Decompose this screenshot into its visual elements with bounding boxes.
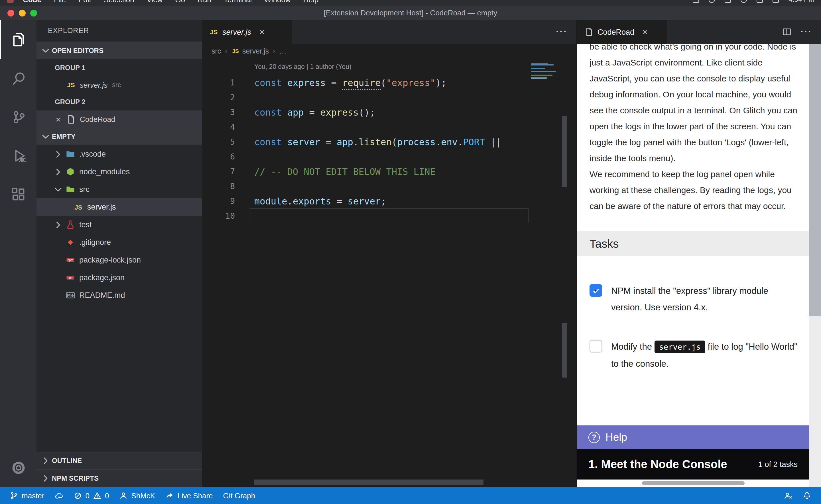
breadcrumb-item[interactable]: src	[212, 47, 221, 55]
status-git-graph[interactable]: Git Graph	[218, 487, 261, 504]
tree-item-package-lock-json[interactable]: npmpackage-lock.json	[36, 251, 202, 269]
close-editor-icon[interactable]: ×	[54, 115, 63, 123]
scrollbar-thumb[interactable]	[642, 481, 745, 485]
line-number[interactable]: 5	[202, 137, 235, 146]
code-line-4[interactable]: 4	[202, 120, 528, 134]
breadcrumb-item[interactable]: …	[279, 47, 287, 55]
webview-vscrollbar[interactable]	[809, 44, 821, 487]
tab-coderoad[interactable]: CodeRoad ×	[577, 20, 667, 44]
tab-server-js[interactable]: JS server.js ×	[202, 20, 292, 44]
breadcrumb-label: src	[212, 47, 221, 55]
status-branch[interactable]: master	[5, 487, 49, 504]
activity-explorer[interactable]	[0, 20, 36, 59]
menubar-status-icon[interactable]	[725, 0, 731, 3]
activity-manage[interactable]	[0, 448, 36, 487]
status-account-shmck[interactable]: ShMcK	[114, 487, 160, 504]
section-outline[interactable]: OUTLINE	[36, 452, 202, 469]
apple-menu-icon[interactable]	[7, 0, 14, 3]
task-checkbox-unchecked[interactable]	[589, 340, 602, 353]
tree-item--vscode[interactable]: .vscode	[36, 145, 202, 163]
status-live-share[interactable]: Live Share	[160, 487, 218, 504]
files-icon	[11, 32, 26, 47]
activity-run-and-debug[interactable]	[0, 136, 36, 175]
status-problems[interactable]: 00	[68, 487, 114, 504]
section-workspace-empty[interactable]: EMPTY	[36, 128, 202, 145]
task-text: Modify the server.js file to log "Hello …	[611, 338, 800, 372]
code-line-3[interactable]: 3const app = express();	[202, 105, 528, 120]
code-line-10[interactable]: 10	[202, 208, 528, 223]
menu-item-window[interactable]: Window	[264, 0, 291, 4]
tree-item-node-modules[interactable]: node_modules	[36, 163, 202, 181]
scrollbar-thumb[interactable]	[809, 44, 821, 316]
menu-item-terminal[interactable]: Terminal	[224, 0, 252, 4]
menu-item-file[interactable]: File	[54, 0, 66, 4]
tree-item-readme-md[interactable]: README.md	[36, 286, 202, 304]
menubar-status-icon[interactable]	[757, 0, 763, 3]
breadcrumb-item[interactable]: JSserver.js	[232, 47, 269, 55]
activity-source-control[interactable]	[0, 97, 36, 136]
minimap[interactable]	[531, 63, 557, 81]
code-editor[interactable]: You, 20 days ago | 1 author (You) 1const…	[202, 58, 576, 487]
tree-item--gitignore[interactable]: .gitignore	[36, 233, 202, 251]
menu-item-run[interactable]: Run	[197, 0, 211, 4]
horizontal-scrollbar[interactable]	[254, 480, 483, 485]
menubar-status-icon[interactable]	[709, 0, 715, 3]
tree-item-test[interactable]: test	[36, 216, 202, 233]
help-bar[interactable]: ? Help	[577, 425, 809, 449]
menubar-status-icon[interactable]	[741, 0, 747, 3]
line-number[interactable]: 4	[202, 122, 235, 132]
code-line-5[interactable]: 5const server = app.listen(process.env.P…	[202, 134, 528, 149]
task-item: Modify the server.js file to log "Hello …	[589, 338, 800, 372]
code-line-6[interactable]: 6	[202, 149, 528, 164]
activity-search[interactable]	[0, 59, 36, 97]
code-line-7[interactable]: 7// -- DO NOT EDIT BELOW THIS LINE	[202, 164, 528, 179]
zoom-window-button[interactable]	[30, 9, 37, 16]
code-line-9[interactable]: 9module.exports = server;	[202, 194, 528, 208]
open-editor-server-js[interactable]: JSserver.jssrc	[36, 76, 202, 93]
menu-item-help[interactable]: Help	[303, 0, 319, 4]
section-open-editors[interactable]: OPEN EDITORS	[36, 42, 202, 59]
menubar-status-icon[interactable]	[773, 0, 779, 3]
menu-item-edit[interactable]: Edit	[78, 0, 91, 4]
breadcrumb-label: …	[279, 47, 287, 55]
tree-item-server-js[interactable]: JSserver.js	[36, 198, 202, 216]
code-line-1[interactable]: 1const express = require("express");	[202, 75, 528, 90]
minimize-window-button[interactable]	[19, 9, 26, 16]
menu-item-selection[interactable]: Selection	[104, 0, 134, 4]
svg-text:npm: npm	[68, 276, 73, 279]
line-number[interactable]: 7	[202, 167, 235, 176]
menu-item-view[interactable]: View	[147, 0, 163, 4]
tree-item-label: package.json	[79, 273, 124, 282]
status-live-share-contacts[interactable]	[779, 487, 798, 504]
line-number[interactable]: 8	[202, 182, 235, 191]
codelens-annotation[interactable]: You, 20 days ago | 1 author (You)	[254, 63, 352, 70]
close-window-button[interactable]	[7, 9, 14, 16]
line-text: const server = app.listen(process.env.PO…	[254, 136, 501, 147]
status-notifications[interactable]	[798, 487, 816, 504]
code-line-2[interactable]: 2	[202, 90, 528, 105]
task-checkbox-checked[interactable]	[589, 284, 602, 297]
status-label: Git Graph	[223, 491, 256, 500]
menu-item-code[interactable]: Code	[23, 0, 41, 4]
line-number[interactable]: 10	[202, 211, 235, 220]
open-editor-coderoad[interactable]: ×CodeRoad	[36, 110, 202, 128]
line-number[interactable]: 6	[202, 152, 235, 161]
tree-item-src[interactable]: src	[36, 181, 202, 198]
status-publish-changes[interactable]	[49, 487, 68, 504]
code-line-8[interactable]: 8	[202, 179, 528, 194]
section-npm-scripts[interactable]: NPM SCRIPTS	[36, 469, 202, 487]
tasks-header: Tasks	[577, 231, 809, 256]
line-number[interactable]: 1	[202, 78, 235, 87]
more-actions-icon[interactable]: ···	[800, 26, 812, 38]
more-actions-icon[interactable]: ···	[556, 26, 567, 38]
split-editor-icon[interactable]	[782, 27, 791, 36]
line-number[interactable]: 3	[202, 108, 235, 117]
activity-extensions[interactable]	[0, 175, 36, 214]
menubar-status-icon[interactable]	[693, 0, 699, 3]
menu-item-go[interactable]: Go	[175, 0, 185, 4]
close-tab-icon[interactable]: ×	[642, 27, 648, 37]
line-number[interactable]: 9	[202, 196, 235, 206]
line-number[interactable]: 2	[202, 93, 235, 102]
close-tab-icon[interactable]: ×	[259, 27, 265, 37]
tree-item-package-json[interactable]: npmpackage.json	[36, 269, 202, 286]
